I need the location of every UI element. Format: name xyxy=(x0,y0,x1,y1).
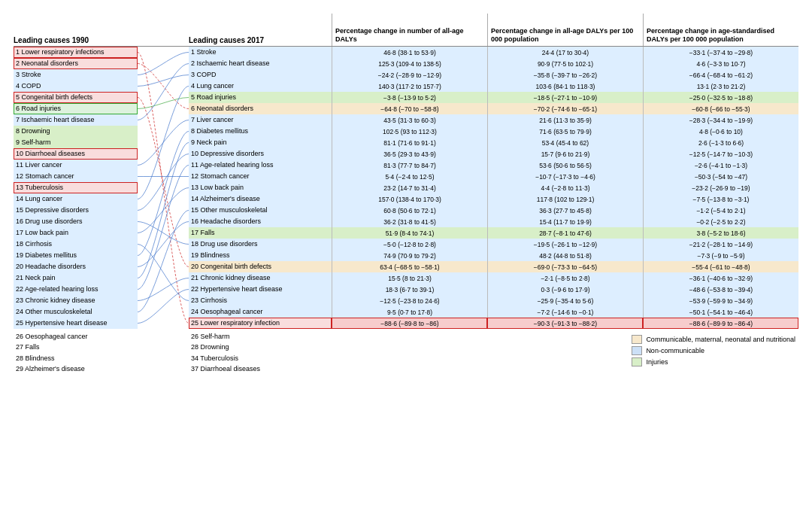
data-row-23: −12·5 (−23·8 to 24·6)−25·9 (−35·4 to 5·6… xyxy=(332,295,798,306)
row-2017-4: 4 Lung cancer xyxy=(189,81,332,92)
data-cell-20-0: 63·4 (−68·5 to −58·1) xyxy=(332,261,487,272)
connector-col xyxy=(138,14,189,375)
data-cell-23-0: −12·5 (−23·8 to 24·6) xyxy=(332,295,487,306)
data-cell-11-2: −2·6 (−4·1 to −1·3) xyxy=(643,160,798,171)
data-cell-6-0: −64·8 (−70 to −58·8) xyxy=(332,103,487,114)
data-cell-17-0: 51·9 (8·4 to 74·1) xyxy=(332,227,487,239)
data-cell-25-0: −88·6 (−89·8 to −86) xyxy=(332,318,487,329)
row-2017-23: 23 Cirrhosis xyxy=(189,295,332,306)
data-row-16: 36·2 (31·8 to 41·5)15·4 (11·7 to 19·9)−0… xyxy=(332,216,798,227)
data-cell-13-1: 4·4 (−2·8 to 11·3) xyxy=(487,182,643,193)
data-cell-11-0: 81·3 (77·7 to 84·7) xyxy=(332,160,487,171)
legend-label: Communicable, maternal, neonatal and nut… xyxy=(646,336,795,343)
data-cell-2-1: 90·9 (77·5 to 102·1) xyxy=(487,58,643,69)
extra-1990: 26 Oesophageal cancer27 Falls28 Blindnes… xyxy=(14,331,138,375)
data-columns: Percentage change in number of all-age D… xyxy=(332,14,798,375)
data-cell-13-2: −23·2 (−26·9 to −19) xyxy=(643,182,798,193)
data-cell-20-2: −55·4 (−61 to −48·8) xyxy=(643,261,798,272)
data-cell-19-2: −7·3 (−9 to −5·9) xyxy=(643,250,798,261)
data-cell-7-0: 43·5 (31·3 to 60·3) xyxy=(332,114,487,126)
row-1990-10: 10 Diarrhoeal diseases xyxy=(14,148,138,160)
extra-row-2017: 34 Tuberculosis xyxy=(189,353,332,363)
legend-item: Non-communicable xyxy=(632,346,795,355)
legend-label: Injuries xyxy=(646,358,668,366)
page-container: Leading causes 1990 1 Lower respiratory … xyxy=(8,8,804,381)
data-cell-3-2: −66·4 (−68·4 to −61·2) xyxy=(643,69,798,81)
data-cell-8-2: 4·8 (−0·6 to 10) xyxy=(643,126,798,137)
legend-box xyxy=(632,335,642,344)
row-2017-22: 22 Hypertensive heart disease xyxy=(189,284,332,295)
row-2017-15: 15 Other musculoskeletal xyxy=(189,205,332,216)
row-1990-9: 9 Self-harm xyxy=(14,137,138,148)
legend-area: Communicable, maternal, neonatal and nut… xyxy=(332,335,798,366)
extra-row-1990: 26 Oesophageal cancer xyxy=(14,331,138,342)
data-rows: 46·8 (38·1 to 53·9)24·4 (17 to 30·4)−33·… xyxy=(332,47,798,329)
data-cell-21-2: −36·1 (−40·6 to −32·9) xyxy=(643,272,798,284)
row-1990-11: 11 Liver cancer xyxy=(14,160,138,171)
row-1990-23: 23 Chronic kidney disease xyxy=(14,295,138,306)
legend-box xyxy=(632,357,642,366)
extra-row-1990: 27 Falls xyxy=(14,342,138,352)
row-2017-21: 21 Chronic kidney disease xyxy=(189,272,332,284)
row-2017-17: 17 Falls xyxy=(189,227,332,239)
row-2017-6: 6 Neonatal disorders xyxy=(189,103,332,114)
row-2017-8: 8 Diabetes mellitus xyxy=(189,126,332,137)
row-1990-20: 20 Headache disorders xyxy=(14,261,138,272)
main-table: Leading causes 1990 1 Lower respiratory … xyxy=(14,14,798,375)
data-cell-21-0: 15·5 (8 to 21·3) xyxy=(332,272,487,284)
row-1990-5: 5 Congenital birth defects xyxy=(14,92,138,103)
data-cell-22-0: 18·3 (6·7 to 39·1) xyxy=(332,284,487,295)
row-2017-12: 12 Stomach cancer xyxy=(189,171,332,182)
row-2017-20: 20 Congenital birth defects xyxy=(189,261,332,272)
data-cell-9-0: 81·1 (71·6 to 91·1) xyxy=(332,137,487,148)
list-2017: 1 Stroke2 Ischaemic heart disease3 COPD4… xyxy=(189,47,332,329)
data-cell-15-0: 60·8 (50·6 to 72·1) xyxy=(332,205,487,216)
data-row-14: 157·0 (138·4 to 170·3)117·8 (102 to 129·… xyxy=(332,193,798,205)
data-row-13: 23·2 (14·7 to 31·4)4·4 (−2·8 to 11·3)−23… xyxy=(332,182,798,193)
data-cell-4-1: 103·6 (84·1 to 118·3) xyxy=(487,81,643,92)
data-cell-17-1: 28·7 (−8·1 to 47·6) xyxy=(487,227,643,239)
data-row-5: −3·8 (−13·9 to 5·2)−18·5 (−27·1 to −10·9… xyxy=(332,92,798,103)
data-cell-10-0: 36·5 (29·3 to 43·9) xyxy=(332,148,487,160)
connector-lines xyxy=(138,47,189,332)
col-2017-header: Leading causes 2017 xyxy=(189,14,332,47)
data-cell-7-1: 21·6 (11·3 to 35·9) xyxy=(487,114,643,126)
data-cell-4-2: 13·1 (2·3 to 21·2) xyxy=(643,81,798,92)
data-cell-8-1: 71·6 (63·5 to 79·9) xyxy=(487,126,643,137)
row-1990-16: 16 Drug use disorders xyxy=(14,216,138,227)
data-cell-16-0: 36·2 (31·8 to 41·5) xyxy=(332,216,487,227)
data-cell-14-0: 157·0 (138·4 to 170·3) xyxy=(332,193,487,205)
data-row-1: 46·8 (38·1 to 53·9)24·4 (17 to 30·4)−33·… xyxy=(332,47,798,58)
data-row-20: 63·4 (−68·5 to −58·1)−69·0 (−73·3 to −64… xyxy=(332,261,798,272)
legend-item: Injuries xyxy=(632,357,795,366)
data-row-2: 125·3 (109·4 to 138·5)90·9 (77·5 to 102·… xyxy=(332,58,798,69)
data-row-11: 81·3 (77·7 to 84·7)53·6 (50·6 to 56·5)−2… xyxy=(332,160,798,171)
row-1990-21: 21 Neck pain xyxy=(14,272,138,284)
data-row-12: 5·4 (−2·4 to 12·5)−10·7 (−17·3 to −4·6)−… xyxy=(332,171,798,182)
row-1990-6: 6 Road injuries xyxy=(14,103,138,114)
data-cell-22-1: 0·3 (−9·6 to 17·9) xyxy=(487,284,643,295)
data-cell-20-1: −69·0 (−73·3 to −64·5) xyxy=(487,261,643,272)
col-2017: Leading causes 2017 1 Stroke2 Ischaemic … xyxy=(189,14,332,375)
data-cell-14-1: 117·8 (102 to 129·1) xyxy=(487,193,643,205)
data-cell-16-1: 15·4 (11·7 to 19·9) xyxy=(487,216,643,227)
data-cell-19-1: 48·2 (44·8 to 51·8) xyxy=(487,250,643,261)
data-cell-2-2: 4·6 (−3·3 to 10·7) xyxy=(643,58,798,69)
data-cell-25-2: −88·6 (−89·9 to −86·4) xyxy=(643,318,798,329)
row-1990-1: 1 Lower respiratory infections xyxy=(14,47,138,58)
data-cell-5-2: −25·0 (−32·5 to −18·8) xyxy=(643,92,798,103)
row-2017-5: 5 Road injuries xyxy=(189,92,332,103)
data-cell-24-0: 9·5 (0·7 to 17·8) xyxy=(332,306,487,318)
data-cell-24-2: −50·1 (−54·1 to −46·4) xyxy=(643,306,798,318)
data-cell-5-0: −3·8 (−13·9 to 5·2) xyxy=(332,92,487,103)
data-cell-9-2: 2·6 (−1·3 to 6·6) xyxy=(643,137,798,148)
data-cell-18-0: −5·0 (−12·8 to 2·8) xyxy=(332,239,487,250)
header-dalys-pop: Percentage change in all-age DALYs per 1… xyxy=(487,14,643,46)
data-cell-24-1: −7·2 (−14·6 to −0·1) xyxy=(487,306,643,318)
legend-container: Communicable, maternal, neonatal and nut… xyxy=(632,335,795,366)
row-1990-13: 13 Tuberculosis xyxy=(14,182,138,193)
legend-label: Non-communicable xyxy=(646,347,704,354)
legend-box xyxy=(632,346,642,355)
data-cell-5-1: −18·5 (−27·1 to −10·9) xyxy=(487,92,643,103)
extra-row-1990: 29 Alzheimer's disease xyxy=(14,363,138,374)
